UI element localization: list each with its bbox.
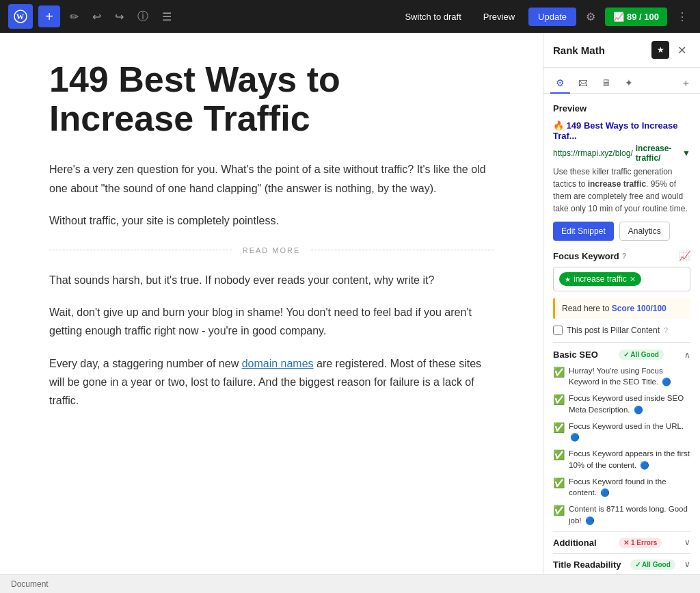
sidebar-header: Rank Math ★ ✕ bbox=[543, 33, 700, 68]
keyword-remove-icon[interactable]: ✕ bbox=[630, 275, 636, 284]
score-chart-icon: 📈 bbox=[613, 12, 624, 22]
pillar-content-row: This post is Pillar Content ? bbox=[553, 326, 690, 335]
pillar-content-help-icon: ? bbox=[664, 326, 668, 334]
read-here-text: Read here to bbox=[562, 304, 612, 313]
basic-seo-section: Basic SEO ✓ All Good ∧ ✅ Hurray! You're … bbox=[553, 342, 690, 526]
check-text-5: Focus Keyword found in the content. 🔵 bbox=[569, 476, 690, 498]
paragraph-4: Wait, don't give up and burn your blog i… bbox=[49, 303, 494, 340]
focus-keyword-label: Focus Keyword ? bbox=[553, 251, 627, 261]
check-icon-4: ✅ bbox=[553, 449, 565, 462]
title-readability-title: Title Readability bbox=[553, 559, 621, 570]
seo-check-1: ✅ Hurray! You're using Focus Keyword in … bbox=[553, 365, 690, 387]
read-more-text: READ MORE bbox=[232, 246, 312, 254]
paragraph-2: Without traffic, your site is completely… bbox=[49, 211, 494, 230]
read-here-notice: Read here to Score 100/100 bbox=[553, 298, 690, 319]
close-sidebar-button[interactable]: ✕ bbox=[673, 42, 690, 58]
check-icon-2: ✅ bbox=[553, 393, 565, 407]
seo-check-6: ✅ Content is 8711 words long. Good job! … bbox=[553, 503, 690, 525]
focus-keyword-help-icon: ? bbox=[622, 252, 627, 260]
preview-url-keyword: increase-traffic/ bbox=[636, 144, 679, 163]
score-value: 89 / 100 bbox=[627, 12, 659, 22]
edit-snippet-button[interactable]: Edit Snippet bbox=[553, 222, 614, 241]
paragraph-1: Here's a very zen question for you. What… bbox=[49, 160, 494, 197]
sidebar-header-icons: ★ ✕ bbox=[651, 41, 690, 59]
preview-label: Preview bbox=[553, 103, 690, 114]
additional-header[interactable]: Additional ✕ 1 Errors ∨ bbox=[553, 538, 690, 548]
basic-seo-title: Basic SEO bbox=[553, 350, 598, 360]
preview-bold-keyword: increase traffic bbox=[588, 179, 646, 189]
list-view-button[interactable]: ☰ bbox=[158, 6, 176, 27]
preview-description: Use these killer traffic generation tact… bbox=[553, 166, 690, 215]
redo-button[interactable]: ↪ bbox=[111, 6, 128, 27]
tab-schema[interactable]: 🖥 bbox=[596, 73, 617, 94]
preview-buttons: Edit Snippet Analytics bbox=[553, 222, 690, 241]
title-readability-section: Title Readability ✓ All Good ∨ bbox=[553, 553, 690, 570]
sidebar-content[interactable]: Preview 🔥 149 Best Ways to Increase Traf… bbox=[543, 94, 700, 574]
title-readability-chevron-icon: ∨ bbox=[684, 559, 690, 569]
editor-content: 149 Best Ways to Increase Traffic Here's… bbox=[49, 60, 494, 410]
post-title[interactable]: 149 Best Ways to Increase Traffic bbox=[49, 60, 494, 138]
domain-names-link[interactable]: domain names bbox=[242, 358, 314, 369]
keyword-tag-increase-traffic: ★ increase traffic ✕ bbox=[559, 272, 641, 286]
info-button[interactable]: ⓘ bbox=[133, 5, 152, 28]
basic-seo-chevron-icon: ∧ bbox=[684, 350, 690, 360]
focus-keyword-input[interactable]: ★ increase traffic ✕ bbox=[553, 267, 690, 291]
more-options-button[interactable]: ⋮ bbox=[673, 6, 692, 27]
focus-keyword-chart-icon[interactable]: 📈 bbox=[679, 250, 690, 261]
additional-section: Additional ✕ 1 Errors ∨ bbox=[553, 531, 690, 548]
keyword-star-icon: ★ bbox=[565, 276, 571, 283]
undo-button[interactable]: ↩ bbox=[88, 6, 105, 27]
seo-check-list: ✅ Hurray! You're using Focus Keyword in … bbox=[553, 365, 690, 526]
preview-url-arrow: ▼ bbox=[682, 148, 690, 158]
check-text-1: Hurray! You're using Focus Keyword in th… bbox=[569, 365, 690, 387]
basic-seo-header[interactable]: Basic SEO ✓ All Good ∧ bbox=[553, 350, 690, 360]
post-body[interactable]: Here's a very zen question for you. What… bbox=[49, 160, 494, 410]
seo-check-5: ✅ Focus Keyword found in the content. 🔵 bbox=[553, 476, 690, 498]
seo-check-4: ✅ Focus Keyword appears in the first 10%… bbox=[553, 448, 690, 470]
preview-title-prefix: 🔥 149 Best Ways to bbox=[553, 120, 642, 131]
title-readability-header[interactable]: Title Readability ✓ All Good ∨ bbox=[553, 559, 690, 570]
svg-text:W: W bbox=[16, 12, 24, 21]
status-text: Document bbox=[11, 579, 49, 589]
sidebar-tabs: ⚙ 🖂 🖥 ✦ + bbox=[543, 68, 700, 94]
tab-social[interactable]: 🖂 bbox=[573, 73, 593, 94]
main-layout: 149 Best Ways to Increase Traffic Here's… bbox=[0, 33, 700, 574]
preview-url-base: https://rmapi.xyz/blog/ bbox=[553, 148, 633, 158]
paragraph-5: Every day, a staggering number of new do… bbox=[49, 354, 494, 410]
preview-button[interactable]: Preview bbox=[475, 8, 523, 26]
star-button[interactable]: ★ bbox=[651, 41, 669, 59]
rank-math-score-button[interactable]: 📈 89 / 100 bbox=[605, 8, 667, 26]
check-text-2: Focus Keyword used inside SEO Meta Descr… bbox=[569, 393, 690, 414]
analytics-button[interactable]: Analytics bbox=[619, 222, 670, 241]
add-tab-button[interactable]: + bbox=[679, 75, 693, 92]
keyword-tag-label: increase traffic bbox=[574, 274, 627, 284]
seo-check-3: ✅ Focus Keyword used in the URL. 🔵 bbox=[553, 421, 690, 443]
seo-preview-box: Preview 🔥 149 Best Ways to Increase Traf… bbox=[553, 103, 690, 241]
preview-title: 🔥 149 Best Ways to Increase Traf... bbox=[553, 120, 690, 141]
check-icon-6: ✅ bbox=[553, 504, 565, 518]
read-more-divider: READ MORE bbox=[49, 246, 494, 254]
read-more-line-right bbox=[311, 250, 494, 250]
tab-general[interactable]: ⚙ bbox=[550, 73, 570, 94]
editor-area[interactable]: 149 Best Ways to Increase Traffic Here's… bbox=[0, 33, 543, 574]
status-bar: Document bbox=[0, 574, 700, 593]
switch-to-draft-button[interactable]: Switch to draft bbox=[396, 8, 469, 26]
paragraph-3: That sounds harsh, but it's true. If nob… bbox=[49, 271, 494, 289]
add-block-button[interactable]: + bbox=[38, 5, 60, 27]
rank-math-sidebar: Rank Math ★ ✕ ⚙ 🖂 🖥 ✦ + Preview 🔥 149 Be… bbox=[543, 33, 700, 574]
edit-pen-button[interactable]: ✏ bbox=[66, 6, 83, 27]
score-100-link[interactable]: Score 100/100 bbox=[612, 304, 667, 313]
basic-seo-badge: ✓ All Good bbox=[619, 350, 664, 360]
pillar-content-checkbox[interactable] bbox=[553, 326, 563, 335]
tab-advanced[interactable]: ✦ bbox=[619, 73, 638, 94]
additional-chevron-icon: ∨ bbox=[684, 538, 690, 547]
check-icon-5: ✅ bbox=[553, 477, 565, 490]
read-more-line-left bbox=[49, 250, 232, 250]
update-button[interactable]: Update bbox=[528, 8, 576, 26]
check-text-4: Focus Keyword appears in the first 10% o… bbox=[569, 448, 690, 470]
check-text-6: Content is 8711 words long. Good job! 🔵 bbox=[569, 503, 690, 525]
pillar-content-label: This post is Pillar Content bbox=[567, 326, 660, 335]
title-readability-badge: ✓ All Good bbox=[630, 559, 675, 570]
settings-icon[interactable]: ⚙ bbox=[582, 6, 600, 27]
seo-check-2: ✅ Focus Keyword used inside SEO Meta Des… bbox=[553, 393, 690, 414]
